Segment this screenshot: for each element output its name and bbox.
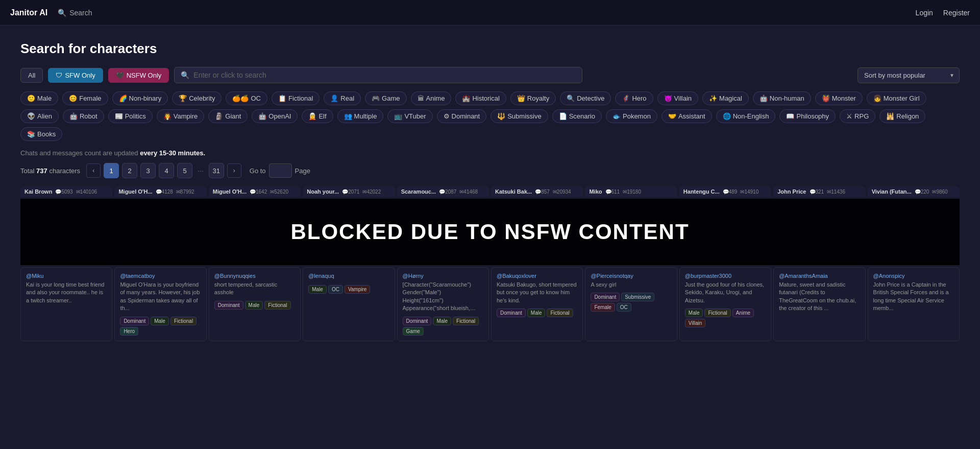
page-btn-2[interactable]: 2 — [122, 163, 137, 178]
category-tag-submissive[interactable]: 🔱Submissive — [491, 109, 548, 123]
category-tag-oc[interactable]: 🍊🍊OC — [226, 91, 267, 105]
char-tag: Dominant — [497, 309, 526, 317]
goto-input[interactable] — [269, 163, 292, 178]
category-tag-monster[interactable]: 👹Monster — [815, 91, 863, 105]
char-card[interactable]: @Pierceisnotqay A sexy girl DominantSubm… — [585, 267, 677, 341]
char-card[interactable]: @AmaranthsAmaia Mature, sweet and sadist… — [773, 267, 865, 341]
category-tag-philosophy[interactable]: 📖Philosophy — [779, 109, 836, 123]
strip-char-0[interactable]: Kai Brown 💬5093 ✉140106 — [20, 186, 112, 197]
page-ellipsis: ··· — [195, 167, 206, 175]
filter-sfw-btn[interactable]: 🛡 SFW Only — [48, 68, 103, 83]
cat-label: Dominant — [452, 112, 480, 120]
page-btn-5[interactable]: 5 — [177, 163, 192, 178]
category-tag-magical[interactable]: ✨Magical — [702, 91, 749, 105]
cat-label: Royalty — [527, 94, 549, 102]
category-tag-multiple[interactable]: 👥Multiple — [337, 109, 384, 123]
char-card[interactable]: @lenaquq MaleOCVampire — [303, 267, 395, 341]
strip-char-2[interactable]: Miguel O'H... 💬1642 ✉52620 — [209, 186, 301, 197]
cat-label: Assistant — [678, 112, 705, 120]
sfw-label: SFW Only — [65, 72, 95, 79]
char-card[interactable]: @Bunnynuqqies short tempered, sarcastic … — [209, 267, 301, 341]
cat-label: Monster Girl — [884, 94, 920, 102]
page-btn-1[interactable]: 1 — [104, 163, 119, 178]
category-tag-anime[interactable]: 🏛Anime — [411, 91, 452, 105]
category-tag-scenario[interactable]: 📄Scenario — [552, 109, 602, 123]
cat-label: Politics — [125, 112, 146, 120]
header-search-trigger[interactable]: 🔍 Search — [58, 9, 92, 17]
chat-icon: 💬857 — [535, 189, 550, 195]
strip-char-name: Miguel O'H... — [213, 188, 247, 195]
msg-icon: ✉140106 — [76, 189, 97, 195]
strip-char-1[interactable]: Miguel O'H... 💬4128 ✉87992 — [114, 186, 206, 197]
cat-emoji: 📄 — [559, 112, 567, 120]
cat-label: Giant — [225, 112, 241, 120]
total-label: Total — [20, 167, 34, 175]
login-link[interactable]: Login — [916, 9, 933, 17]
category-tag-male[interactable]: 🙂Male — [20, 91, 58, 105]
strip-char-name: Vivian (Futan... — [872, 188, 912, 195]
category-tag-robot[interactable]: 🤖Robot — [63, 109, 104, 123]
category-tag-monster-girl[interactable]: 👧Monster Girl — [867, 91, 926, 105]
char-card[interactable]: @Hørny [Character("Scaramouche") Gender(… — [397, 267, 489, 341]
strip-char-3[interactable]: Noah your... 💬2071 ✉42022 — [303, 186, 395, 197]
category-tag-detective[interactable]: 🔍Detective — [560, 91, 611, 105]
strip-char-7[interactable]: Hantengu C... 💬489 ✉14910 — [679, 186, 771, 197]
strip-char-5[interactable]: Katsuki Bak... 💬857 ✉20934 — [491, 186, 583, 197]
category-tag-historical[interactable]: 🏰Historical — [455, 91, 506, 105]
category-tag-celebrity[interactable]: 🏆Celebrity — [172, 91, 222, 105]
category-tag-giant[interactable]: 🗿Giant — [208, 109, 248, 123]
category-tag-non-english[interactable]: 🌐Non-English — [716, 109, 776, 123]
char-card[interactable]: @Miku Kai is your long time best friend … — [20, 267, 112, 341]
strip-char-name: Hantengu C... — [683, 188, 720, 195]
search-bar-placeholder: Enter or click to search — [193, 71, 266, 79]
char-desc: John Price is a Captain in the British S… — [873, 281, 954, 313]
category-tag-game[interactable]: 🎮Game — [365, 91, 406, 105]
char-card[interactable]: @burpmaster3000 Just the good four of hi… — [679, 267, 771, 341]
char-card[interactable]: @Bakuqoxlover Katsuki Bakugo, short temp… — [491, 267, 583, 341]
char-card[interactable]: @Anonspicy John Price is a Captain in th… — [868, 267, 960, 341]
category-tag-pokemon[interactable]: 🐟Pokemon — [606, 109, 657, 123]
category-tag-female[interactable]: 😊Female — [62, 91, 108, 105]
cat-emoji: 🏛 — [418, 94, 424, 102]
page-btn-last[interactable]: 31 — [209, 163, 224, 178]
strip-char-4[interactable]: Scaramouc... 💬2087 ✉41468 — [397, 186, 489, 197]
category-tag-assistant[interactable]: 🤝Assistant — [662, 109, 712, 123]
category-tag-villain[interactable]: 😈Villain — [657, 91, 698, 105]
strip-char-9[interactable]: Vivian (Futan... 💬220 ✉9860 — [868, 186, 960, 197]
page-btn-3[interactable]: 3 — [140, 163, 156, 178]
category-tag-hero[interactable]: 🦸Hero — [615, 91, 653, 105]
msg-icon: ✉41468 — [459, 189, 478, 195]
filter-all-btn[interactable]: All — [20, 68, 43, 83]
category-tag-alien[interactable]: 👽Alien — [20, 109, 59, 123]
char-tags: MaleFictionalAnimeVillain — [685, 309, 766, 327]
category-tag-rpg[interactable]: ⚔RPG — [840, 109, 875, 123]
next-page-btn[interactable]: › — [227, 163, 241, 178]
category-tag-vtuber[interactable]: 📺VTuber — [387, 109, 432, 123]
search-bar[interactable]: 🔍 Enter or click to search — [174, 67, 582, 83]
category-tag-fictional[interactable]: 📋Fictional — [272, 91, 320, 105]
header-search-label: Search — [69, 9, 92, 17]
sort-select[interactable]: Sort by most popular — [857, 67, 960, 83]
category-tag-elf[interactable]: 🧝Elf — [302, 109, 333, 123]
total-count: 737 — [36, 167, 47, 175]
category-tag-non-human[interactable]: 🤖Non-human — [753, 91, 811, 105]
filter-nsfw-btn[interactable]: 🖤 NSFW Only — [108, 68, 169, 83]
category-tag-openai[interactable]: 🤖OpenAI — [252, 109, 298, 123]
category-tag-books[interactable]: 📚Books — [20, 127, 62, 141]
category-tag-non-binary[interactable]: 🌈Non-binary — [112, 91, 168, 105]
prev-page-btn[interactable]: ‹ — [86, 163, 101, 178]
strip-char-6[interactable]: Miko 💬611 ✉19180 — [585, 186, 677, 197]
category-tag-dominant[interactable]: ⚙Dominant — [437, 109, 487, 123]
register-link[interactable]: Register — [943, 9, 970, 17]
cat-label: Alien — [37, 112, 52, 120]
category-tag-vampire[interactable]: 🧛Vampire — [157, 109, 204, 123]
main-content: Search for characters All 🛡 SFW Only 🖤 N… — [0, 26, 980, 357]
page-btn-4[interactable]: 4 — [159, 163, 174, 178]
chat-icon: 💬5093 — [55, 189, 72, 195]
char-card[interactable]: @taemcatboy Miguel O'Hara is your boyfri… — [114, 267, 206, 341]
category-tag-politics[interactable]: 📰Politics — [108, 109, 153, 123]
category-tag-religon[interactable]: 🕌Religon — [879, 109, 925, 123]
strip-char-8[interactable]: John Price 💬321 ✉11436 — [773, 186, 865, 197]
category-tag-real[interactable]: 👤Real — [324, 91, 361, 105]
category-tag-royalty[interactable]: 👑Royalty — [510, 91, 556, 105]
